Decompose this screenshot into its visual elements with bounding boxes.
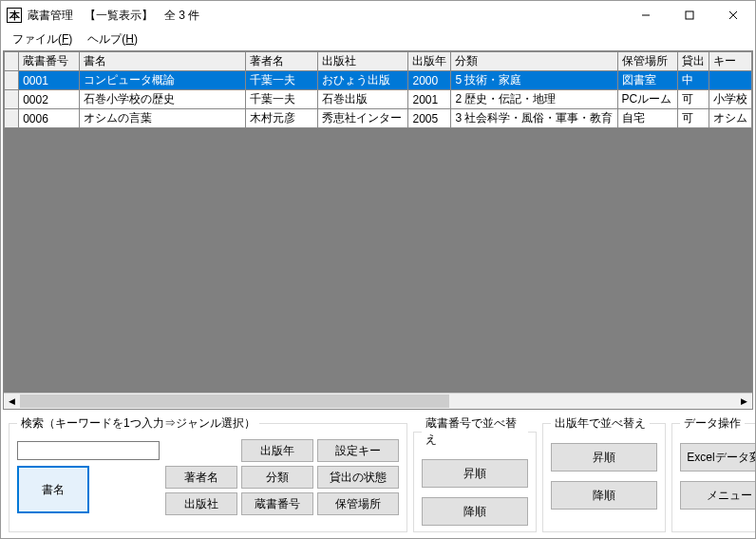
scroll-thumb[interactable] (20, 395, 449, 408)
sort-year-asc-button[interactable]: 昇順 (551, 443, 657, 472)
cell-author[interactable]: 千葉一夫 (245, 90, 317, 109)
cell-publisher[interactable]: 秀恵社インター (318, 109, 408, 128)
minimize-button[interactable] (624, 1, 668, 29)
cell-year[interactable]: 2000 (408, 71, 451, 90)
search-legend: 検索（キーワードを1つ入力⇒ジャンル選択） (17, 415, 259, 432)
col-name[interactable]: 書名 (80, 52, 246, 71)
cell-loan[interactable]: 中 (677, 71, 709, 90)
excel-export-button[interactable]: Excelデータ変換 (680, 443, 756, 472)
cell-name[interactable]: コンピュータ概論 (80, 71, 246, 90)
search-by-category-button[interactable]: 分類 (241, 466, 313, 489)
cell-author[interactable]: 木村元彦 (245, 109, 317, 128)
cell-key[interactable] (709, 71, 751, 90)
cell-id[interactable]: 0001 (19, 71, 80, 90)
titlebar: 本 蔵書管理 【一覧表示】 全 3 件 (1, 1, 755, 29)
col-key[interactable]: キー (709, 52, 751, 71)
close-button[interactable] (711, 1, 755, 29)
window-title: 蔵書管理 【一覧表示】 全 3 件 (28, 8, 624, 24)
cell-name[interactable]: 石巻小学校の歴史 (80, 90, 246, 109)
menu-button[interactable]: メニュー (680, 481, 756, 510)
row-handle[interactable] (5, 90, 19, 109)
maximize-button[interactable] (668, 1, 711, 29)
svg-rect-1 (686, 11, 693, 19)
cell-key[interactable]: オシム (709, 109, 751, 128)
search-by-loanstate-button[interactable]: 貸出の状態 (317, 466, 399, 489)
cell-loan[interactable]: 可 (677, 109, 709, 128)
cell-author[interactable]: 千葉一夫 (245, 71, 317, 90)
cell-location[interactable]: 自宅 (617, 109, 677, 128)
cell-category[interactable]: 2 歴史・伝記・地理 (451, 90, 617, 109)
search-by-name-button[interactable]: 書名 (17, 466, 89, 513)
search-by-publisher-button[interactable]: 出版社 (165, 492, 237, 515)
cell-category[interactable]: 3 社会科学・風俗・軍事・教育 (451, 109, 617, 128)
search-by-setkey-button[interactable]: 設定キー (317, 439, 399, 462)
cell-year[interactable]: 2001 (408, 90, 451, 109)
cell-location[interactable]: 図書室 (617, 71, 677, 90)
search-by-id-button[interactable]: 蔵書番号 (241, 492, 313, 515)
cell-location[interactable]: PCルーム (617, 90, 677, 109)
sort-id-asc-button[interactable]: 昇順 (422, 459, 528, 488)
sort-by-year-group: 出版年で並べ替え 昇順 降順 (542, 415, 666, 532)
cell-publisher[interactable]: おひょう出版 (318, 71, 408, 90)
sort-id-legend: 蔵書番号で並べ替え (422, 415, 528, 448)
col-loan[interactable]: 貸出 (677, 52, 709, 71)
close-icon (728, 10, 738, 20)
cell-name[interactable]: オシムの言葉 (80, 109, 246, 128)
sort-year-desc-button[interactable]: 降順 (551, 481, 657, 510)
header-row: 蔵書番号 書名 著者名 出版社 出版年 分類 保管場所 貸出 キー (5, 52, 752, 71)
horizontal-scrollbar[interactable]: ◀ ▶ (4, 393, 752, 409)
data-table: 蔵書番号 書名 著者名 出版社 出版年 分類 保管場所 貸出 キー 0001コン… (4, 51, 752, 128)
search-by-year-button[interactable]: 出版年 (241, 439, 313, 462)
col-location[interactable]: 保管場所 (617, 52, 677, 71)
table-row[interactable]: 0006オシムの言葉木村元彦秀恵社インター20053 社会科学・風俗・軍事・教育… (5, 109, 752, 128)
search-group: 検索（キーワードを1つ入力⇒ジャンル選択） 書名 出版年 設定キー 著者名 分類… (9, 415, 407, 532)
cell-category[interactable]: 5 技術・家庭 (451, 71, 617, 90)
row-handle[interactable] (5, 109, 19, 128)
row-selector-header[interactable] (5, 52, 19, 71)
row-handle[interactable] (5, 71, 19, 90)
sort-id-desc-button[interactable]: 降順 (422, 497, 528, 526)
table-row[interactable]: 0002石巻小学校の歴史千葉一夫石巻出版20012 歴史・伝記・地理PCルーム可… (5, 90, 752, 109)
search-by-author-button[interactable]: 著者名 (165, 466, 237, 489)
scroll-track[interactable] (20, 394, 736, 409)
cell-id[interactable]: 0002 (19, 90, 80, 109)
cell-publisher[interactable]: 石巻出版 (318, 90, 408, 109)
scroll-left-button[interactable]: ◀ (4, 394, 20, 409)
search-by-location-button[interactable]: 保管場所 (317, 492, 399, 515)
search-input[interactable] (17, 441, 160, 460)
cell-year[interactable]: 2005 (408, 109, 451, 128)
menu-file[interactable]: ファイル(F) (5, 29, 80, 49)
cell-id[interactable]: 0006 (19, 109, 80, 128)
data-ops-legend: データ操作 (680, 415, 745, 432)
col-author[interactable]: 著者名 (245, 52, 317, 71)
scroll-right-button[interactable]: ▶ (736, 394, 752, 409)
menubar: ファイル(F) ヘルプ(H) (1, 29, 755, 48)
cell-loan[interactable]: 可 (677, 90, 709, 109)
minimize-icon (641, 10, 651, 20)
data-grid[interactable]: 蔵書番号 書名 著者名 出版社 出版年 分類 保管場所 貸出 キー 0001コン… (3, 50, 753, 410)
menu-help[interactable]: ヘルプ(H) (80, 29, 145, 49)
sort-by-id-group: 蔵書番号で並べ替え 昇順 降順 (413, 415, 537, 532)
app-icon: 本 (7, 8, 22, 23)
maximize-icon (685, 10, 694, 20)
col-year[interactable]: 出版年 (408, 52, 451, 71)
sort-year-legend: 出版年で並べ替え (551, 415, 650, 432)
data-ops-group: データ操作 Excelデータ変換 メニュー (671, 415, 756, 532)
cell-key[interactable]: 小学校 (709, 90, 751, 109)
col-id[interactable]: 蔵書番号 (19, 52, 80, 71)
col-publisher[interactable]: 出版社 (318, 52, 408, 71)
table-row[interactable]: 0001コンピュータ概論千葉一夫おひょう出版20005 技術・家庭図書室中 (5, 71, 752, 90)
col-category[interactable]: 分類 (451, 52, 617, 71)
